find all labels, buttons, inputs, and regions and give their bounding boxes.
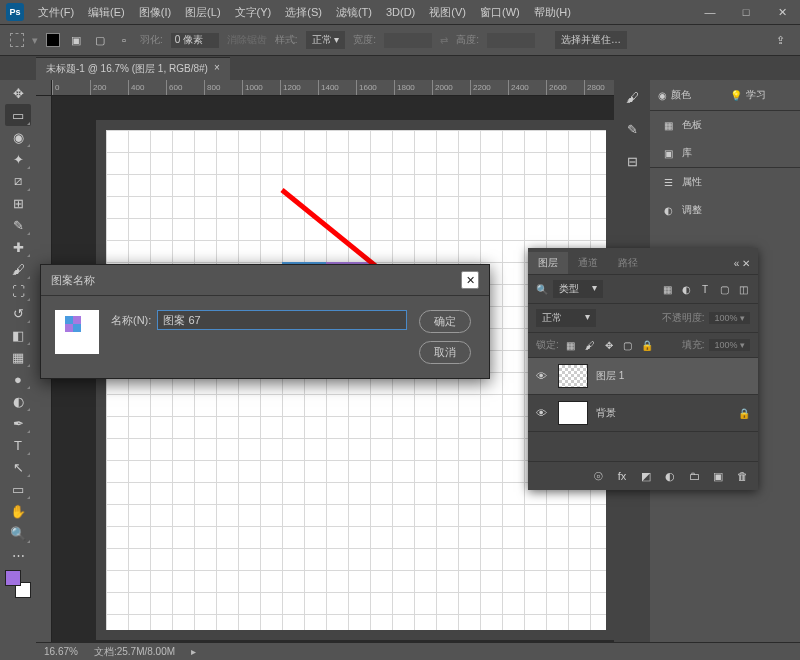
magic-wand-tool-icon[interactable]: ✦ bbox=[5, 148, 31, 170]
panel-collapse-icon[interactable]: « ✕ bbox=[726, 254, 758, 273]
search-icon[interactable]: 🔍 bbox=[536, 284, 548, 295]
brush-tool-icon[interactable]: 🖌 bbox=[5, 258, 31, 280]
properties-panel[interactable]: ☰属性 bbox=[650, 168, 800, 196]
menu-layer[interactable]: 图层(L) bbox=[179, 2, 226, 23]
layer-fx-icon[interactable]: fx bbox=[614, 468, 630, 484]
adjustments-panel[interactable]: ◐调整 bbox=[650, 196, 800, 224]
maximize-button[interactable]: □ bbox=[728, 0, 764, 24]
filter-type-icon[interactable]: T bbox=[698, 282, 712, 296]
menu-window[interactable]: 窗口(W) bbox=[474, 2, 526, 23]
lock-artboard-icon[interactable]: ▢ bbox=[621, 338, 635, 352]
fill-value[interactable]: 100% ▾ bbox=[709, 339, 750, 351]
share-icon[interactable]: ⇪ bbox=[770, 30, 790, 50]
horizontal-ruler[interactable]: 0200400600800100012001400160018002000220… bbox=[52, 80, 614, 96]
eraser-tool-icon[interactable]: ◧ bbox=[5, 324, 31, 346]
menu-edit[interactable]: 编辑(E) bbox=[82, 2, 131, 23]
eyedropper-tool-icon[interactable]: ✎ bbox=[5, 214, 31, 236]
ok-button[interactable]: 确定 bbox=[419, 310, 471, 333]
new-selection-icon[interactable] bbox=[46, 33, 60, 47]
path-select-tool-icon[interactable]: ↖ bbox=[5, 456, 31, 478]
menu-filter[interactable]: 滤镜(T) bbox=[330, 2, 378, 23]
pattern-name-input[interactable] bbox=[157, 310, 407, 330]
visibility-icon[interactable]: 👁 bbox=[536, 407, 550, 419]
cancel-button[interactable]: 取消 bbox=[419, 341, 471, 364]
filter-pixel-icon[interactable]: ▦ bbox=[660, 282, 674, 296]
zoom-tool-icon[interactable]: 🔍 bbox=[5, 522, 31, 544]
learn-tab[interactable]: 💡学习 bbox=[726, 84, 796, 106]
add-selection-icon[interactable]: ▣ bbox=[68, 32, 84, 48]
marquee-tool-icon[interactable]: ▭ bbox=[5, 104, 31, 126]
hand-tool-icon[interactable]: ✋ bbox=[5, 500, 31, 522]
foreground-color[interactable] bbox=[5, 570, 21, 586]
layer-name[interactable]: 图层 1 bbox=[596, 369, 624, 383]
layer-row-1[interactable]: 👁 图层 1 bbox=[528, 357, 758, 394]
select-and-mask-button[interactable]: 选择并遮住… bbox=[555, 31, 627, 49]
menu-select[interactable]: 选择(S) bbox=[279, 2, 328, 23]
tab-close-icon[interactable]: × bbox=[214, 62, 220, 76]
tab-channels[interactable]: 通道 bbox=[568, 252, 608, 274]
document-tab[interactable]: 未标题-1 @ 16.7% (图层 1, RGB/8#) × bbox=[36, 57, 230, 80]
filter-shape-icon[interactable]: ▢ bbox=[717, 282, 731, 296]
status-chevron-icon[interactable]: ▸ bbox=[191, 646, 196, 657]
layer-thumbnail[interactable] bbox=[558, 364, 588, 388]
group-icon[interactable]: 🗀 bbox=[686, 468, 702, 484]
edit-toolbar-icon[interactable]: ⋯ bbox=[5, 544, 31, 566]
tab-paths[interactable]: 路径 bbox=[608, 252, 648, 274]
close-button[interactable]: ✕ bbox=[764, 0, 800, 24]
tab-layers[interactable]: 图层 bbox=[528, 252, 568, 274]
brush-settings-icon[interactable]: ✎ bbox=[621, 118, 643, 140]
shape-tool-icon[interactable]: ▭ bbox=[5, 478, 31, 500]
marquee-tool-icon[interactable] bbox=[10, 33, 24, 47]
opacity-value[interactable]: 100% ▾ bbox=[709, 312, 750, 324]
type-tool-icon[interactable]: T bbox=[5, 434, 31, 456]
lock-all-icon[interactable]: 🔒 bbox=[640, 338, 654, 352]
filter-type-dropdown[interactable]: 类型▾ bbox=[553, 280, 603, 298]
swatches-panel[interactable]: ▦色板 bbox=[650, 111, 800, 139]
intersect-selection-icon[interactable]: ▫ bbox=[116, 32, 132, 48]
lock-transparency-icon[interactable]: ▦ bbox=[564, 338, 578, 352]
filter-smart-icon[interactable]: ◫ bbox=[736, 282, 750, 296]
filter-adjustment-icon[interactable]: ◐ bbox=[679, 282, 693, 296]
stamp-tool-icon[interactable]: ⛶ bbox=[5, 280, 31, 302]
blend-mode-dropdown[interactable]: 正常▾ bbox=[536, 309, 596, 327]
history-brush-tool-icon[interactable]: ↺ bbox=[5, 302, 31, 324]
healing-tool-icon[interactable]: ✚ bbox=[5, 236, 31, 258]
layer-row-background[interactable]: 👁 背景 🔒 bbox=[528, 394, 758, 431]
link-layers-icon[interactable]: ⦾ bbox=[590, 468, 606, 484]
lasso-tool-icon[interactable]: ◉ bbox=[5, 126, 31, 148]
history-panel-icon[interactable]: ⊟ bbox=[621, 150, 643, 172]
minimize-button[interactable]: — bbox=[692, 0, 728, 24]
new-layer-icon[interactable]: ▣ bbox=[710, 468, 726, 484]
adjustment-layer-icon[interactable]: ◐ bbox=[662, 468, 678, 484]
menu-type[interactable]: 文字(Y) bbox=[229, 2, 278, 23]
color-swatches[interactable] bbox=[5, 570, 31, 598]
style-dropdown[interactable]: 正常 ▾ bbox=[306, 31, 346, 49]
lock-position-icon[interactable]: ✥ bbox=[602, 338, 616, 352]
feather-input[interactable] bbox=[171, 33, 219, 48]
subtract-selection-icon[interactable]: ▢ bbox=[92, 32, 108, 48]
pen-tool-icon[interactable]: ✒ bbox=[5, 412, 31, 434]
blur-tool-icon[interactable]: ● bbox=[5, 368, 31, 390]
menu-help[interactable]: 帮助(H) bbox=[528, 2, 577, 23]
visibility-icon[interactable]: 👁 bbox=[536, 370, 550, 382]
frame-tool-icon[interactable]: ⊞ bbox=[5, 192, 31, 214]
zoom-level[interactable]: 16.67% bbox=[44, 646, 78, 657]
color-tab[interactable]: ◉颜色 bbox=[654, 84, 724, 106]
layer-name[interactable]: 背景 bbox=[596, 406, 616, 420]
layer-mask-icon[interactable]: ◩ bbox=[638, 468, 654, 484]
menu-file[interactable]: 文件(F) bbox=[32, 2, 80, 23]
gradient-tool-icon[interactable]: ▦ bbox=[5, 346, 31, 368]
crop-tool-icon[interactable]: ⧄ bbox=[5, 170, 31, 192]
menu-image[interactable]: 图像(I) bbox=[133, 2, 177, 23]
menu-view[interactable]: 视图(V) bbox=[423, 2, 472, 23]
ruler-origin[interactable] bbox=[36, 80, 52, 96]
lock-icon[interactable]: 🔒 bbox=[738, 408, 750, 419]
document-size[interactable]: 文档:25.7M/8.00M bbox=[94, 645, 175, 659]
brush-panel-icon[interactable]: 🖌 bbox=[621, 86, 643, 108]
lock-pixels-icon[interactable]: 🖌 bbox=[583, 338, 597, 352]
menu-3d[interactable]: 3D(D) bbox=[380, 3, 421, 21]
library-panel[interactable]: ▣库 bbox=[650, 139, 800, 167]
delete-layer-icon[interactable]: 🗑 bbox=[734, 468, 750, 484]
layer-thumbnail[interactable] bbox=[558, 401, 588, 425]
dialog-close-icon[interactable]: ✕ bbox=[461, 271, 479, 289]
